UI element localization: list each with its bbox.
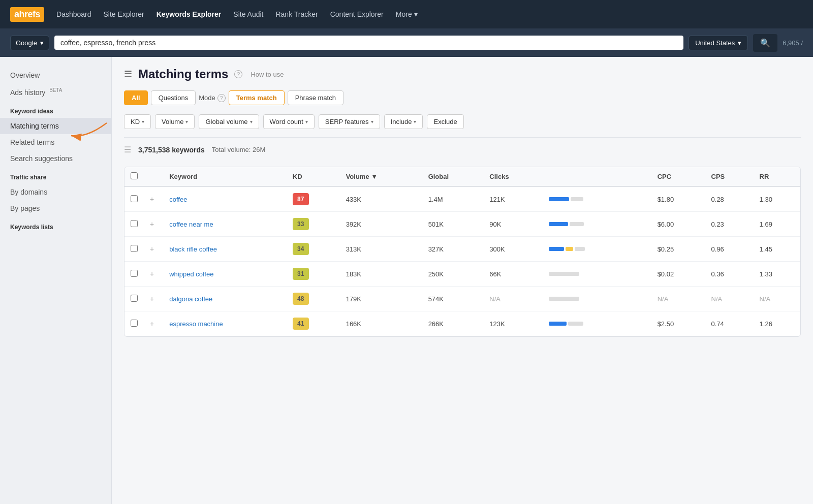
keyword-link[interactable]: coffee: [169, 196, 187, 203]
tab-all[interactable]: All: [124, 90, 148, 105]
ahrefs-logo[interactable]: ahrefs: [10, 7, 44, 22]
main-layout: Overview Ads history BETA Keyword ideas …: [0, 57, 813, 504]
row-checkbox[interactable]: [131, 295, 138, 302]
country-select[interactable]: United States ▾: [689, 36, 748, 50]
search-input[interactable]: [60, 39, 677, 47]
td-volume: 166K: [340, 311, 422, 336]
th-global[interactable]: Global: [422, 167, 484, 186]
td-clicks: 123K: [483, 311, 543, 336]
mode-help-icon[interactable]: ?: [217, 94, 226, 102]
tab-questions[interactable]: Questions: [151, 90, 196, 105]
td-kd: 41: [287, 311, 340, 336]
keyword-link[interactable]: espresso machine: [169, 320, 223, 328]
tab-terms-match[interactable]: Terms match: [229, 90, 285, 105]
td-global: 574K: [422, 287, 484, 311]
td-add: +: [144, 262, 163, 287]
filter-kd[interactable]: KD ▾: [124, 114, 151, 129]
keyword-link[interactable]: dalgona coffee: [169, 295, 212, 303]
row-checkbox[interactable]: [131, 320, 138, 327]
filter-word-count[interactable]: Word count ▾: [263, 114, 315, 129]
keyword-link[interactable]: black rifle coffee: [169, 245, 217, 253]
td-add: +: [144, 212, 163, 237]
add-keyword-btn[interactable]: +: [150, 295, 154, 303]
add-keyword-btn[interactable]: +: [150, 270, 154, 278]
td-kd: 31: [287, 262, 340, 287]
td-cpc: $1.80: [651, 186, 705, 212]
td-kd: 34: [287, 237, 340, 262]
sidebar-item-search-suggestions[interactable]: Search suggestions: [0, 150, 111, 167]
nav-site-explorer[interactable]: Site Explorer: [104, 10, 144, 18]
sidebar-item-by-pages[interactable]: By pages: [0, 200, 111, 216]
keyword-link[interactable]: whipped coffee: [169, 270, 213, 278]
sidebar-item-matching-terms[interactable]: Matching terms: [0, 118, 111, 134]
country-label: United States: [695, 39, 735, 47]
nav-site-audit[interactable]: Site Audit: [233, 10, 263, 18]
td-cpc: N/A: [651, 287, 705, 311]
td-checkbox: [124, 262, 144, 287]
nav-keywords-explorer[interactable]: Keywords Explorer: [157, 10, 222, 18]
th-volume[interactable]: Volume ▼: [340, 167, 422, 186]
mode-tabs-row: All Questions Mode ? Terms match Phrase …: [124, 90, 801, 105]
kd-badge: 33: [293, 218, 309, 230]
kd-badge: 48: [293, 293, 309, 305]
nav-more[interactable]: More ▾: [396, 10, 418, 18]
select-all-checkbox[interactable]: [131, 172, 138, 179]
click-bar: [549, 322, 645, 326]
help-icon[interactable]: ?: [234, 70, 242, 78]
add-keyword-btn[interactable]: +: [150, 195, 154, 203]
nav-dashboard[interactable]: Dashboard: [56, 10, 91, 18]
sidebar-item-by-domains[interactable]: By domains: [0, 184, 111, 200]
filter-include[interactable]: Include ▾: [384, 114, 423, 129]
nav-content-explorer[interactable]: Content Explorer: [330, 10, 384, 18]
click-bar: [549, 247, 645, 251]
sidebar-item-ads-history[interactable]: Ads history BETA: [0, 83, 111, 101]
th-rr[interactable]: RR: [754, 167, 800, 186]
how-to-use-link[interactable]: How to use: [251, 71, 284, 78]
td-keyword: dalgona coffee: [163, 287, 287, 311]
td-global: 1.4M: [422, 186, 484, 212]
arrow-annotation-wrap: Matching terms: [0, 118, 111, 134]
td-keyword: black rifle coffee: [163, 237, 287, 262]
row-checkbox[interactable]: [131, 245, 138, 252]
th-cps[interactable]: CPS: [705, 167, 754, 186]
tab-phrase-match[interactable]: Phrase match: [288, 90, 343, 105]
table-header-row: Keyword KD Volume ▼ Global Clicks CPC CP…: [124, 167, 800, 186]
td-checkbox: [124, 311, 144, 336]
th-kd[interactable]: KD: [287, 167, 340, 186]
td-cps: 0.23: [705, 212, 754, 237]
td-add: +: [144, 287, 163, 311]
add-keyword-btn[interactable]: +: [150, 320, 154, 328]
td-add: +: [144, 311, 163, 336]
hamburger-icon[interactable]: ☰: [124, 69, 132, 80]
td-checkbox: [124, 212, 144, 237]
th-add: [144, 167, 163, 186]
engine-select[interactable]: Google ▾: [10, 36, 49, 50]
click-bar-gray: [568, 322, 583, 326]
search-button[interactable]: 🔍: [753, 34, 777, 52]
row-checkbox[interactable]: [131, 270, 138, 277]
th-clicks[interactable]: Clicks: [483, 167, 543, 186]
row-checkbox[interactable]: [131, 220, 138, 227]
sidebar-item-related-terms[interactable]: Related terms: [0, 134, 111, 150]
country-chevron: ▾: [738, 39, 741, 47]
td-keyword: whipped coffee: [163, 262, 287, 287]
sidebar-item-overview[interactable]: Overview: [0, 67, 111, 83]
add-keyword-btn[interactable]: +: [150, 245, 154, 253]
filter-serp-features[interactable]: SERP features ▾: [319, 114, 380, 129]
td-clicks: N/A: [483, 287, 543, 311]
row-checkbox[interactable]: [131, 195, 138, 202]
filter-global-volume[interactable]: Global volume ▾: [199, 114, 259, 129]
add-keyword-btn[interactable]: +: [150, 220, 154, 228]
td-cps: 0.36: [705, 262, 754, 287]
filter-volume[interactable]: Volume ▾: [155, 114, 195, 129]
keyword-link[interactable]: coffee near me: [169, 220, 213, 228]
th-cpc[interactable]: CPC: [651, 167, 705, 186]
td-clicks: 66K: [483, 262, 543, 287]
filter-exclude[interactable]: Exclude: [427, 114, 463, 129]
nav-rank-tracker[interactable]: Rank Tracker: [275, 10, 318, 18]
sidebar: Overview Ads history BETA Keyword ideas …: [0, 57, 112, 504]
td-cpc: $6.00: [651, 212, 705, 237]
beta-badge: BETA: [49, 87, 62, 93]
th-keyword[interactable]: Keyword: [163, 167, 287, 186]
keywords-table-wrap: Keyword KD Volume ▼ Global Clicks CPC CP…: [124, 167, 801, 337]
